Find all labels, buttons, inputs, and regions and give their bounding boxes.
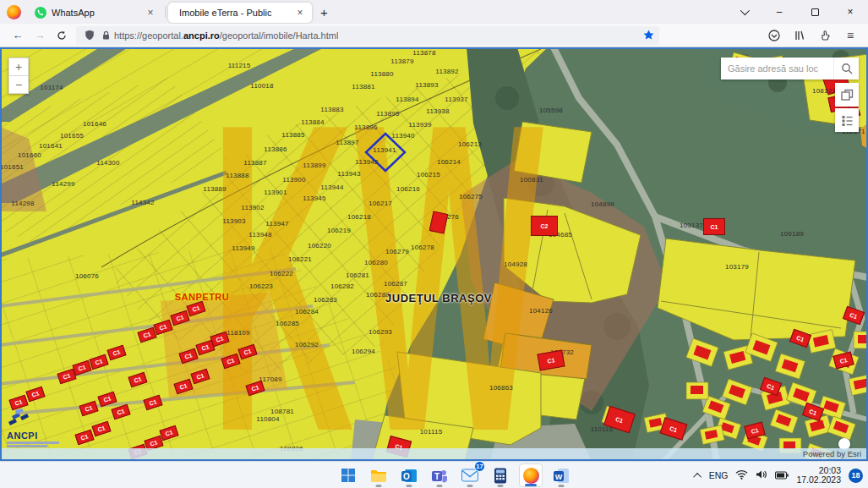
teams-button[interactable]: T — [428, 463, 451, 487]
firefox-taskbar-button[interactable] — [519, 463, 543, 487]
parcel-label[interactable]: 106283 — [314, 296, 337, 304]
zoom-out-button[interactable]: − — [8, 75, 29, 94]
parcel-label[interactable]: 108121 — [812, 87, 836, 95]
close-button[interactable]: × — [833, 0, 868, 24]
parcel-label[interactable]: 106219 — [327, 227, 351, 234]
parcel-label[interactable]: 113902 — [241, 204, 264, 211]
notification-badge[interactable]: 18 — [849, 469, 863, 483]
building-marker[interactable]: C1 — [178, 348, 198, 365]
parcel-label[interactable]: 106222 — [270, 270, 293, 277]
parcel-label[interactable]: 106292 — [295, 341, 319, 348]
parcel-label[interactable]: 113884 — [301, 118, 324, 126]
building-marker[interactable]: C1 — [173, 379, 193, 395]
parcel-label[interactable]: 113944 — [320, 184, 343, 191]
building-marker[interactable]: C1 — [72, 360, 91, 376]
parcel-label[interactable]: 110018 — [250, 82, 273, 90]
parcel-label[interactable]: 108781 — [270, 408, 294, 415]
parcel-label[interactable]: 113948 — [248, 231, 271, 239]
tray-chevron-up-icon[interactable] — [693, 472, 701, 480]
parcel-label[interactable]: 113942 — [355, 158, 378, 166]
parcel-label[interactable]: 113886 — [264, 145, 287, 153]
reload-button[interactable] — [51, 26, 73, 45]
file-explorer-button[interactable] — [367, 463, 390, 487]
minimize-button[interactable]: – — [762, 0, 797, 24]
building-marker[interactable]: C1 — [25, 387, 45, 403]
parcel-label[interactable]: 106279 — [385, 248, 409, 255]
parcel-label[interactable]: 101660 — [18, 151, 41, 159]
list-tabs-button[interactable] — [726, 0, 762, 24]
parcel-label[interactable]: 113899 — [303, 162, 325, 169]
parcel-label[interactable]: 106293 — [368, 328, 392, 336]
parcel-label[interactable]: 106282 — [330, 282, 354, 290]
legend-button[interactable] — [835, 108, 859, 132]
parcel-label[interactable]: 101651 — [0, 163, 24, 171]
building-marker[interactable]: C1 — [843, 306, 865, 326]
parcel-label[interactable]: 113937 — [445, 96, 467, 103]
building-marker[interactable]: C1 — [111, 404, 130, 420]
parcel-label[interactable]: 110804 — [256, 415, 279, 423]
building-marker[interactable]: C1 — [74, 430, 94, 446]
parcel-label[interactable]: 113945 — [303, 195, 325, 202]
building-marker[interactable]: C1 — [237, 344, 257, 360]
building-marker[interactable]: C1 — [537, 350, 565, 371]
building-marker[interactable]: C1 — [57, 369, 76, 385]
parcel-label[interactable]: 106278 — [411, 244, 434, 251]
parcel-label[interactable]: 106214 — [437, 158, 461, 166]
pocket-icon[interactable] — [763, 26, 785, 45]
parcel-label[interactable]: 104126 — [529, 307, 553, 315]
parcel-label[interactable]: 106294 — [352, 348, 375, 355]
parcel-label[interactable]: 113903 — [222, 217, 245, 225]
zoom-in-button[interactable]: + — [8, 58, 29, 76]
parcel-label[interactable]: 113880 — [370, 70, 393, 78]
tab-imobile-eterra[interactable]: Imobile eTerra - Public × — [168, 3, 312, 23]
parcel-label[interactable]: 113938 — [426, 107, 449, 115]
parcel-label[interactable]: 106863 — [489, 384, 513, 392]
bookmark-star-icon[interactable] — [643, 30, 654, 41]
parcel-label[interactable]: 106213 — [458, 140, 482, 148]
parcel-label[interactable]: 114300 — [96, 159, 119, 167]
parcel-label[interactable]: 113892 — [435, 68, 458, 75]
map-canvas[interactable]: KW 1011741112151100181016461016551016411… — [0, 47, 868, 461]
building-marker[interactable]: C1 — [153, 320, 172, 336]
parcel-label[interactable]: 111215 — [228, 62, 251, 69]
parcel-label[interactable]: 113896 — [354, 123, 377, 131]
parcel-label[interactable]: 103179 — [725, 263, 749, 271]
parcel-label[interactable]: 106215 — [417, 171, 440, 178]
building-marker[interactable]: C1 — [833, 351, 854, 369]
building-marker[interactable]: C1 — [97, 392, 117, 408]
parcel-label[interactable]: 113943 — [337, 170, 360, 178]
parcel-label[interactable]: 114299 — [52, 180, 74, 188]
parcel-label[interactable]: 113901 — [264, 189, 287, 196]
lock-icon[interactable] — [101, 30, 111, 41]
building-marker[interactable]: C1 — [789, 329, 811, 348]
parcel-label[interactable]: 106221 — [288, 255, 312, 263]
parcel-label[interactable]: 106218 — [347, 213, 371, 221]
parcel-label[interactable]: 100831 — [520, 176, 543, 184]
calculator-button[interactable] — [489, 463, 512, 487]
building-marker[interactable]: C1 — [91, 421, 111, 437]
parcel-label[interactable]: 114298 — [11, 200, 34, 207]
parcel-label[interactable]: 106284 — [295, 308, 319, 315]
building-marker[interactable]: C1 — [170, 310, 189, 326]
parcel-label[interactable]: 113883 — [320, 106, 343, 113]
parcel-label[interactable]: 113888 — [226, 172, 248, 179]
building-marker[interactable]: C2 — [531, 216, 558, 236]
building-marker[interactable]: C1 — [802, 403, 824, 422]
building-marker[interactable]: C1 — [703, 218, 725, 235]
parcel-label[interactable]: 113897 — [336, 139, 358, 146]
search-input[interactable] — [721, 63, 833, 74]
taskbar-clock[interactable]: 20:03 17.02.2023 — [796, 466, 841, 485]
outlook-button[interactable]: O — [397, 463, 421, 487]
volume-icon[interactable] — [756, 468, 767, 483]
building-marker[interactable]: C1 — [106, 345, 126, 361]
parcel-label[interactable]: 113900 — [282, 176, 305, 184]
parcel-label[interactable]: 113878 — [412, 49, 435, 57]
building-marker[interactable]: C1 — [79, 401, 98, 417]
new-tab-button[interactable]: + — [312, 5, 336, 19]
shield-icon[interactable] — [85, 30, 95, 41]
parcel-label[interactable]: 103137 — [680, 222, 703, 229]
parcel-label[interactable]: 113894 — [396, 96, 418, 103]
parcel-label[interactable]: 118109 — [227, 329, 249, 337]
battery-icon[interactable] — [775, 468, 789, 483]
selected-parcel-label[interactable]: 113941 — [373, 146, 396, 154]
